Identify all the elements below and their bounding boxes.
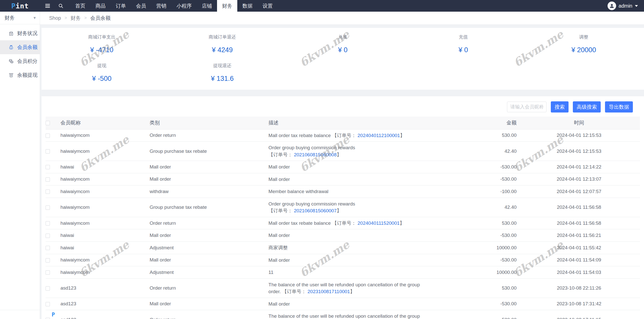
row-checkbox[interactable]	[46, 246, 50, 250]
row-checkbox[interactable]	[46, 190, 50, 194]
nav-tab-10[interactable]: 设置	[258, 0, 278, 12]
order-number-link[interactable]: 2023100817110001	[307, 289, 350, 294]
header-amount: 金额	[435, 117, 518, 129]
sidebar-item-2[interactable]: ¥会员余额	[0, 40, 40, 54]
stat-value[interactable]: ¥ 4249	[162, 46, 283, 54]
order-ref: 【订单号： 2023100817110001】	[282, 289, 355, 294]
nav-tab-3[interactable]: 订单	[111, 0, 131, 12]
table-header-row: 会员昵称 类别 描述 金额 时间	[46, 117, 640, 129]
header-category: 类别	[150, 117, 268, 129]
row-checkbox[interactable]	[46, 205, 50, 210]
search-icon	[58, 3, 64, 9]
description-text: Mall order	[268, 257, 290, 263]
search-button[interactable]: 搜索	[551, 101, 569, 112]
category-cell: Mall order	[150, 173, 268, 185]
amount-cell: 530.00	[435, 129, 518, 142]
row-checkbox[interactable]	[46, 270, 50, 275]
amount-cell: -530.00	[435, 173, 518, 185]
nav-tab-4[interactable]: 会员	[131, 0, 151, 12]
description-text: Mall order	[268, 164, 290, 170]
nav-tab-6[interactable]: 小程序	[171, 0, 197, 12]
row-checkbox[interactable]	[46, 134, 50, 138]
user-menu[interactable]: admin	[608, 2, 638, 10]
table-row: haiwaiymcomAdjustment1110000.002024-04-0…	[46, 266, 640, 279]
header-checkbox-cell	[46, 117, 61, 129]
row-checkbox[interactable]	[46, 286, 50, 291]
member-nickname-cell: haiwai	[61, 161, 150, 173]
row-checkbox[interactable]	[46, 149, 50, 154]
stat-label: 兑换	[283, 34, 403, 40]
sidebar-item-label: 会员余额	[17, 44, 37, 51]
description-cell: Member balance withdrawal	[268, 185, 435, 198]
avatar	[608, 2, 616, 10]
sidebar-item-label: 财务状况	[17, 30, 37, 37]
sidebar-menu: ¥财务状况¥会员余额会员积分¥余额提现	[0, 24, 40, 82]
nav-tab-9[interactable]: 数据	[237, 0, 258, 12]
nav-tab-2[interactable]: 商品	[90, 0, 111, 12]
global-search-icon[interactable]	[55, 0, 67, 12]
amount-cell: 10000.00	[435, 241, 518, 254]
main-content: 商城订单支出¥ -4710商城订单退还¥ 4249兑换¥ 0充值¥ 0调整¥ 2…	[40, 24, 644, 319]
row-checkbox[interactable]	[46, 318, 50, 319]
order-number-link[interactable]: 2021060815060007	[294, 208, 337, 213]
order-ref: 【订单号： 2021060815060008】	[268, 152, 341, 157]
sidebar-item-4[interactable]: ¥余额提现	[0, 68, 40, 82]
description-cell: The balance of the user will be refunded…	[268, 278, 435, 298]
stat-value[interactable]: ¥ 0	[403, 46, 523, 54]
description-text: Mall order	[268, 233, 290, 238]
stats-panel: 商城订单支出¥ -4710商城订单退还¥ 4249兑换¥ 0充值¥ 0调整¥ 2…	[42, 28, 644, 90]
time-cell: 2024-04-01 12:15:53	[518, 129, 640, 142]
svg-text:¥: ¥	[11, 47, 12, 49]
description-cell: 11	[268, 266, 435, 279]
money-bag-icon: ¥	[8, 45, 14, 50]
table-row: haiwaiymcomOrder returnMall order tax re…	[46, 129, 640, 142]
row-checkbox[interactable]	[46, 234, 50, 238]
nav-tab-5[interactable]: 营销	[151, 0, 171, 12]
breadcrumb-item-2[interactable]: 财务	[71, 15, 81, 22]
description-cell: Mall order	[268, 254, 435, 266]
export-data-button[interactable]: 导出数据	[605, 101, 633, 112]
row-checkbox[interactable]	[46, 258, 50, 262]
stat-value[interactable]: ¥ 131.6	[162, 75, 283, 83]
withdraw-icon: ¥	[8, 72, 14, 78]
row-checkbox[interactable]	[46, 302, 50, 306]
member-nickname-cell: haiwai	[61, 229, 150, 242]
svg-text:¥: ¥	[11, 74, 12, 76]
member-nickname-cell: haiwaiymcom	[61, 129, 150, 142]
order-number-link[interactable]: 2024040112100001	[358, 133, 400, 138]
order-number-link[interactable]: 2021060815060008	[294, 152, 337, 157]
sidebar-section-finance[interactable]: 财务 ▾	[0, 12, 40, 24]
nav-tab-8[interactable]: 财务	[217, 0, 237, 12]
top-navbar: Pint 首页商品订单会员营销小程序店铺财务数据设置 admin	[0, 0, 644, 12]
advanced-search-button[interactable]: 高级搜索	[573, 101, 601, 112]
nav-tab-1[interactable]: 首页	[70, 0, 90, 12]
time-cell: 2023-10-08 17:11:15	[518, 310, 640, 319]
time-cell: 2024-04-01 12:15:53	[518, 142, 640, 161]
stat-value[interactable]: ¥ 20000	[523, 46, 644, 54]
row-checkbox[interactable]	[46, 221, 50, 226]
time-cell: 2024-04-01 12:07:57	[518, 185, 640, 198]
row-checkbox[interactable]	[46, 165, 50, 169]
amount-cell: -530.00	[435, 229, 518, 242]
nav-tab-7[interactable]: 店铺	[197, 0, 217, 12]
sidebar-item-3[interactable]: 会员积分	[0, 54, 40, 68]
stat-value[interactable]: ¥ -4710	[42, 46, 162, 54]
stat-value[interactable]: ¥ -500	[42, 75, 162, 83]
table-row: haiwaiMall orderMall order-530.002024-04…	[46, 229, 640, 242]
table-row: asd123Order returnThe balance of the use…	[46, 278, 640, 298]
table-body: haiwaiymcomOrder returnMall order tax re…	[46, 129, 640, 319]
hamburger-icon	[45, 3, 51, 9]
order-number-link[interactable]: 2024040111520001	[358, 220, 400, 226]
stat-value[interactable]: ¥ 0	[283, 46, 403, 54]
row-checkbox[interactable]	[46, 177, 50, 182]
hamburger-menu-icon[interactable]	[42, 0, 54, 12]
header-description: 描述	[268, 117, 435, 129]
breadcrumb-item-1[interactable]: Shop	[49, 15, 61, 21]
sidebar-item-1[interactable]: ¥财务状况	[0, 26, 40, 40]
table-row: haiwaiymcomMall orderMall order-530.0020…	[46, 254, 640, 266]
stat-card-6: 提现¥ -500	[42, 63, 162, 83]
description-text: Mall order tax rebate balance	[268, 220, 332, 226]
time-cell: 2023-10-08 22:11:26	[518, 278, 640, 298]
select-all-checkbox[interactable]	[46, 121, 50, 125]
member-nickname-input[interactable]	[507, 102, 547, 112]
